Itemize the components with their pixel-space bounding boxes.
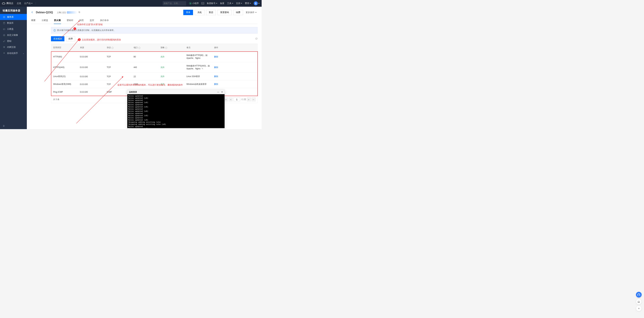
total-label: 共 5 条 <box>53 98 59 101</box>
info-icon: i <box>54 29 56 32</box>
cell-port: 80 <box>132 52 158 62</box>
svg-rect-9 <box>79 12 80 13</box>
login-button[interactable]: 登录 <box>183 10 193 15</box>
delete-link[interactable]: 删除 <box>214 66 218 69</box>
tab-disk[interactable]: 云硬盘 <box>42 17 48 24</box>
terminal-close-button[interactable]: ✕ <box>221 91 223 93</box>
cell-source: 0.0.0.0/0 <box>78 88 105 96</box>
nav-avatar[interactable] <box>254 1 260 5</box>
tab-overview[interactable]: 概要 <box>31 17 36 24</box>
tab-monitor[interactable]: 监控 <box>90 17 94 24</box>
restart-button[interactable]: 重启 <box>206 10 216 15</box>
sidebar-item-database[interactable]: 数据库 <box>0 20 27 26</box>
tab-exec[interactable]: 执行命令 <box>100 17 109 24</box>
chevron-down-icon: ⌄ <box>23 52 24 54</box>
sidebar-item-server[interactable]: 服务器 <box>0 14 27 20</box>
nav-mail[interactable] <box>202 2 204 4</box>
nav-tools[interactable]: 工具 <box>227 2 233 5</box>
sidebar: 轻量应用服务器 服务器 数据库 云硬盘 自定义镜像 <box>0 7 27 129</box>
delete-link[interactable]: 删除 <box>214 83 218 85</box>
svg-rect-4 <box>3 29 5 30</box>
svg-point-3 <box>3 22 5 23</box>
delete-link[interactable]: 删除 <box>214 75 218 78</box>
svg-point-5 <box>4 29 4 29</box>
col-op: 操作 <box>212 44 258 52</box>
shutdown-button[interactable]: 关机 <box>195 10 204 15</box>
instance-name: Debian-Q15Q <box>36 11 53 14</box>
pager-prev[interactable]: ◀ <box>229 98 232 101</box>
miniapp-icon <box>189 2 192 5</box>
cell-protocol: TCP <box>105 52 132 62</box>
cell-port: 22 <box>132 73 158 80</box>
renew-button[interactable]: 续费 <box>233 10 243 15</box>
cell-type: HTTPS(443) <box>51 62 78 73</box>
global-search[interactable] <box>163 1 186 6</box>
terminal-titlebar[interactable]: 远程登录 — ✕ <box>127 90 224 94</box>
svg-point-7 <box>4 35 4 36</box>
nav-overview[interactable]: 总览 <box>17 2 21 5</box>
firewall-rules-table: 应用类型 来源 协议i 端口i 策略i 备注 操作 HTTP(80)0.0.0.… <box>51 44 258 96</box>
refresh-button[interactable] <box>255 38 258 40</box>
sidebar-collapse[interactable] <box>0 123 27 129</box>
sidebar-item-network[interactable]: 内网互联 <box>0 44 27 50</box>
table-row: Windows登录(3389)0.0.0.0/0TCP3389允许Windows… <box>51 80 258 88</box>
table-row: HTTP(80)0.0.0.0/0TCP80允许Web服务HTTP(80)，如A… <box>51 52 258 62</box>
back-button[interactable] <box>31 11 34 14</box>
nav-fees[interactable]: 费用 <box>245 2 251 5</box>
cell-protocol: TCP <box>105 80 132 88</box>
help-icon[interactable]: i <box>112 47 114 49</box>
tab-keypair[interactable]: 密钥对 <box>67 17 73 24</box>
cell-policy: 允许 <box>158 62 184 73</box>
sidebar-item-label: 自动化助手 <box>7 52 18 55</box>
sidebar-item-image[interactable]: 自定义镜像 <box>0 32 27 38</box>
cell-policy: 允许 <box>158 80 184 88</box>
tab-firewall[interactable]: 防火墙 <box>54 17 61 24</box>
col-port: 端口i <box>132 44 158 52</box>
sidebar-title: 轻量应用服务器 <box>0 7 27 14</box>
copy-ip-button[interactable] <box>78 11 80 14</box>
table-row: HTTPS(443)0.0.0.0/0TCP443允许Web服务HTTPS(44… <box>51 62 258 73</box>
add-rule-button[interactable]: 添加规则 <box>51 36 64 41</box>
nav-beian[interactable]: 备案 <box>220 2 224 5</box>
sidebar-item-automation[interactable]: 自动化助手 ⌄ <box>0 50 27 56</box>
delete-link[interactable]: 删除 <box>214 56 218 58</box>
pager-next[interactable]: ▶ <box>247 98 251 101</box>
help-icon[interactable]: i <box>138 47 140 49</box>
sidebar-item-disk[interactable]: 云硬盘 <box>0 26 27 32</box>
pager-last[interactable]: ⏭ <box>252 98 256 101</box>
more-actions-button[interactable]: 更多操作 <box>245 10 258 15</box>
tab-snapshot[interactable]: 快照 <box>79 17 84 24</box>
search-input[interactable] <box>164 2 189 5</box>
col-protocol: 协议i <box>105 44 132 52</box>
nav-group-account[interactable]: 集团账号 <box>207 2 217 5</box>
terminal-output[interactable]: Rules updated Rules updated (v6) Rules u… <box>127 94 224 128</box>
top-nav: 腾讯云 总览 云产品 小程序 集团账号 备案 工具 支持 费用 <box>0 0 262 7</box>
nav-products[interactable]: 云产品 <box>24 2 32 5</box>
nav-support[interactable]: 支持 <box>236 2 242 5</box>
info-text: 防火墙只对服务器的入流量进行控制，出流量默认允许所有请求。 <box>57 29 116 32</box>
nav-miniapp[interactable]: 小程序 <box>189 2 199 5</box>
cell-remark: Windows远程桌面登录 <box>184 80 212 88</box>
col-source: 来源 <box>78 44 105 52</box>
sidebar-item-label: 云硬盘 <box>7 28 14 31</box>
pager-current[interactable] <box>234 98 240 101</box>
reset-password-button[interactable]: 重置密码 <box>218 10 232 15</box>
sidebar-item-key[interactable]: 密钥 <box>0 38 27 44</box>
brand-text: 腾讯云 <box>6 2 14 5</box>
database-icon <box>3 22 5 24</box>
cell-source: 0.0.0.0/0 <box>78 52 105 62</box>
terminal-title: 远程登录 <box>129 91 137 94</box>
sort-button[interactable]: 排序 <box>66 36 75 41</box>
disk-icon <box>3 28 5 30</box>
sidebar-item-label: 服务器 <box>7 16 14 19</box>
cell-source: 0.0.0.0/0 <box>78 73 105 80</box>
brand-logo[interactable]: 腾讯云 <box>2 2 14 5</box>
terminal-minimize-button[interactable]: — <box>217 91 219 93</box>
col-remark: 备注 <box>184 44 212 52</box>
cell-type: Linux登录(22) <box>51 73 78 80</box>
help-icon[interactable]: i <box>165 47 167 49</box>
sidebar-item-label: 自定义镜像 <box>7 34 18 37</box>
edit-icon[interactable]: ✎ <box>201 68 203 70</box>
nav-divider <box>36 2 36 5</box>
remote-terminal-window[interactable]: 远程登录 — ✕ Rules updated Rules updated (v6… <box>127 90 225 128</box>
